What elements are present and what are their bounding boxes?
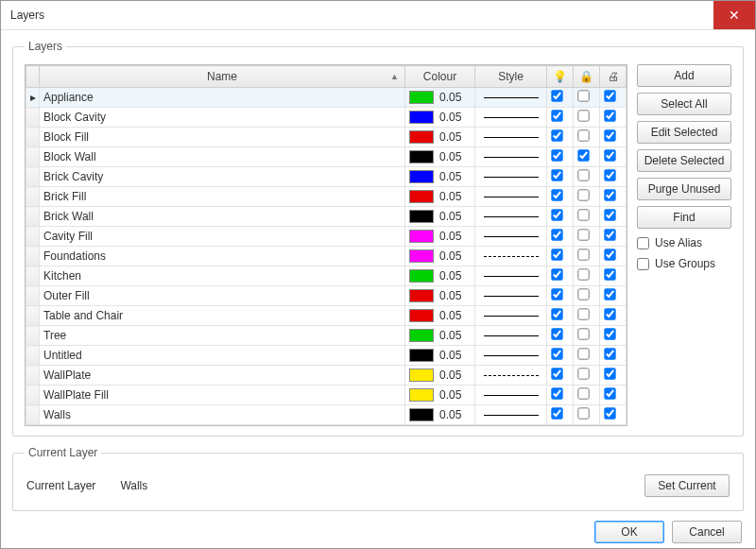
table-row[interactable]: WallPlate Fill0.05 — [26, 386, 627, 405]
style-cell[interactable] — [475, 147, 547, 167]
colour-cell[interactable]: 0.05 — [405, 346, 475, 366]
locked-checkbox[interactable] — [577, 308, 589, 319]
style-cell[interactable] — [475, 227, 547, 247]
table-row[interactable]: Table and Chair0.05 — [26, 306, 627, 326]
table-row[interactable]: Brick Cavity0.05 — [26, 167, 627, 187]
table-row[interactable]: Block Wall0.05 — [26, 147, 627, 167]
visible-checkbox[interactable] — [551, 149, 562, 161]
layer-name-cell[interactable]: Brick Cavity — [40, 167, 405, 187]
layer-name-cell[interactable]: Brick Wall — [40, 207, 405, 227]
print-checkbox[interactable] — [604, 407, 615, 419]
table-row[interactable]: Untitled0.05 — [26, 346, 627, 366]
table-row[interactable]: Cavity Fill0.05 — [26, 227, 627, 247]
print-checkbox[interactable] — [604, 169, 615, 180]
table-row[interactable]: Tree0.05 — [26, 326, 627, 346]
locked-checkbox[interactable] — [577, 328, 589, 339]
colour-cell[interactable]: 0.05 — [405, 108, 475, 128]
col-name[interactable]: Name ▲ — [40, 66, 405, 88]
style-cell[interactable] — [475, 346, 547, 366]
col-style[interactable]: Style — [475, 66, 547, 88]
purge-unused-button[interactable]: Purge Unused — [637, 178, 731, 200]
visible-checkbox[interactable] — [551, 129, 562, 141]
table-row[interactable]: Kitchen0.05 — [26, 266, 627, 286]
table-row[interactable]: Block Cavity0.05 — [26, 108, 627, 128]
locked-checkbox[interactable] — [577, 90, 589, 101]
style-cell[interactable] — [475, 306, 547, 326]
layer-name-cell[interactable]: Block Cavity — [40, 108, 405, 128]
style-cell[interactable] — [475, 167, 547, 187]
layer-name-cell[interactable]: Block Wall — [40, 147, 405, 167]
visible-checkbox[interactable] — [551, 368, 562, 379]
print-checkbox[interactable] — [604, 268, 615, 280]
locked-checkbox[interactable] — [577, 229, 589, 240]
style-cell[interactable] — [475, 247, 547, 266]
colour-cell[interactable]: 0.05 — [405, 128, 475, 147]
colour-cell[interactable]: 0.05 — [405, 266, 475, 286]
colour-cell[interactable]: 0.05 — [405, 386, 475, 405]
delete-selected-button[interactable]: Delete Selected — [637, 149, 731, 172]
visible-checkbox[interactable] — [551, 387, 562, 399]
colour-cell[interactable]: 0.05 — [405, 167, 475, 187]
layer-name-cell[interactable]: Tree — [40, 326, 405, 346]
colour-cell[interactable]: 0.05 — [405, 286, 475, 306]
colour-cell[interactable]: 0.05 — [405, 187, 475, 207]
table-row[interactable]: Brick Wall0.05 — [26, 207, 627, 227]
use-groups-checkbox[interactable] — [637, 258, 649, 270]
table-row[interactable]: WallPlate0.05 — [26, 366, 627, 386]
layer-name-cell[interactable]: WallPlate — [40, 366, 405, 386]
locked-checkbox[interactable] — [577, 110, 589, 121]
print-checkbox[interactable] — [604, 110, 615, 121]
print-checkbox[interactable] — [604, 209, 615, 220]
layer-name-cell[interactable]: Cavity Fill — [40, 227, 405, 247]
style-cell[interactable] — [475, 326, 547, 346]
layers-grid[interactable]: Name ▲ Colour Style 💡 🔒 🖨 ▸Appliance0.05… — [25, 64, 627, 426]
style-cell[interactable] — [475, 405, 547, 425]
locked-checkbox[interactable] — [577, 149, 589, 161]
colour-cell[interactable]: 0.05 — [405, 306, 475, 326]
style-cell[interactable] — [475, 108, 547, 128]
visible-checkbox[interactable] — [551, 348, 562, 359]
visible-checkbox[interactable] — [551, 189, 562, 200]
locked-checkbox[interactable] — [577, 189, 589, 200]
col-locked[interactable]: 🔒 — [574, 66, 600, 88]
layer-name-cell[interactable]: Foundations — [40, 247, 405, 266]
visible-checkbox[interactable] — [551, 308, 562, 319]
locked-checkbox[interactable] — [577, 348, 589, 359]
print-checkbox[interactable] — [604, 189, 615, 200]
visible-checkbox[interactable] — [551, 90, 562, 101]
layer-name-cell[interactable]: Outer Fill — [40, 286, 405, 306]
table-row[interactable]: Foundations0.05 — [26, 247, 627, 266]
colour-cell[interactable]: 0.05 — [405, 405, 475, 425]
visible-checkbox[interactable] — [551, 288, 562, 300]
print-checkbox[interactable] — [604, 249, 615, 260]
cancel-button[interactable]: Cancel — [672, 521, 742, 543]
table-row[interactable]: Brick Fill0.05 — [26, 187, 627, 207]
style-cell[interactable] — [475, 286, 547, 306]
style-cell[interactable] — [475, 366, 547, 386]
locked-checkbox[interactable] — [577, 407, 589, 419]
table-row[interactable]: Walls0.05 — [26, 405, 627, 425]
layer-name-cell[interactable]: Walls — [40, 405, 405, 425]
layer-name-cell[interactable]: Block Fill — [40, 128, 405, 147]
col-visible[interactable]: 💡 — [547, 66, 574, 88]
print-checkbox[interactable] — [604, 129, 615, 141]
locked-checkbox[interactable] — [577, 368, 589, 379]
colour-cell[interactable]: 0.05 — [405, 147, 475, 167]
use-groups-option[interactable]: Use Groups — [637, 257, 731, 270]
colour-cell[interactable]: 0.05 — [405, 247, 475, 266]
print-checkbox[interactable] — [604, 149, 615, 161]
visible-checkbox[interactable] — [551, 169, 562, 180]
visible-checkbox[interactable] — [551, 328, 562, 339]
visible-checkbox[interactable] — [551, 229, 562, 240]
select-all-button[interactable]: Select All — [637, 93, 731, 115]
style-cell[interactable] — [475, 187, 547, 207]
add-button[interactable]: Add — [637, 64, 731, 87]
locked-checkbox[interactable] — [577, 169, 589, 180]
ok-button[interactable]: OK — [594, 521, 664, 543]
colour-cell[interactable]: 0.05 — [405, 326, 475, 346]
edit-selected-button[interactable]: Edit Selected — [637, 121, 731, 144]
print-checkbox[interactable] — [604, 328, 615, 339]
close-button[interactable]: ✕ — [713, 1, 755, 29]
locked-checkbox[interactable] — [577, 387, 589, 399]
locked-checkbox[interactable] — [577, 249, 589, 260]
